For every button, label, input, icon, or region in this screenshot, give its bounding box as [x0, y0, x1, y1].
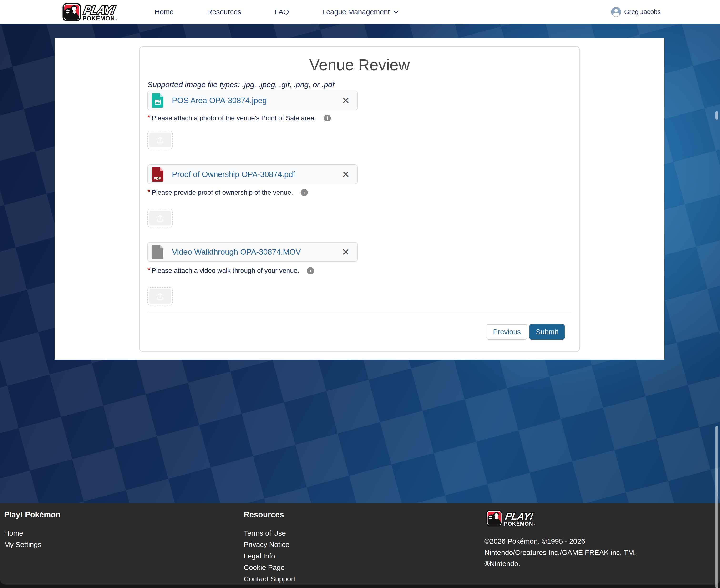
nav-faq[interactable]: FAQ	[274, 8, 289, 16]
remove-file-button[interactable]: ✕	[339, 243, 352, 261]
footer-link-cookie-page[interactable]: Cookie Page	[244, 562, 484, 573]
footer-heading-play-pokemon: Play! Pokémon	[4, 509, 244, 520]
copyright-line: ©2026 Pokémon. ©1995 - 2026	[484, 536, 656, 547]
content-panel: Venue Review Supported image file types:…	[55, 38, 664, 359]
generic-file-icon	[152, 245, 164, 259]
supported-file-types-note: Supported image file types: .jpg, .jpeg,…	[147, 80, 334, 89]
footer-link-my-settings[interactable]: My Settings	[4, 539, 244, 550]
footer-link-terms-of-use[interactable]: Terms of Use	[244, 527, 484, 539]
requirement-label: * Please provide proof of ownership of t…	[147, 188, 308, 197]
submit-button[interactable]: Submit	[529, 324, 565, 339]
footer-link-contact-support[interactable]: Contact Support	[244, 573, 484, 585]
required-marker: *	[147, 266, 150, 274]
image-file-icon	[152, 93, 164, 108]
form-divider	[147, 312, 572, 312]
user-name: Greg Jacobs	[624, 8, 661, 16]
play-pokemon-logo[interactable]: PLAY! POKÉMON ™	[62, 2, 136, 21]
footer-heading-resources: Resources	[244, 509, 484, 520]
uploaded-file-row: Video Walkthrough OPA-30874.MOV ✕	[147, 242, 358, 262]
requirement-text: Please attach a video walk through of yo…	[152, 266, 299, 275]
remove-file-button[interactable]: ✕	[339, 91, 352, 110]
nav-home[interactable]: Home	[155, 8, 174, 16]
requirement-text: Please provide proof of ownership of the…	[152, 188, 293, 197]
copyright-text: ©2026 Pokémon. ©1995 - 2026 Nintendo/Cre…	[484, 536, 656, 569]
scrollbar-thumb-upper[interactable]	[716, 111, 718, 120]
footer: Play! Pokémon Home My Settings Resources…	[0, 503, 720, 585]
uploaded-file-row: PDF Proof of Ownership OPA-30874.pdf ✕	[147, 164, 358, 184]
file-link[interactable]: Video Walkthrough OPA-30874.MOV	[172, 248, 301, 257]
uploaded-file-row: POS Area OPA-30874.jpeg ✕	[147, 90, 358, 110]
required-marker: *	[147, 114, 150, 121]
nav-resources[interactable]: Resources	[207, 8, 241, 16]
venue-review-card: Venue Review Supported image file types:…	[139, 46, 580, 352]
chevron-down-icon	[393, 10, 399, 14]
file-link[interactable]: POS Area OPA-30874.jpeg	[172, 96, 267, 105]
svg-text:PDF: PDF	[154, 176, 161, 180]
svg-text:POKÉMON: POKÉMON	[504, 521, 533, 527]
scrollbar-thumb-lower[interactable]	[716, 426, 718, 588]
pdf-file-icon: PDF	[152, 167, 164, 182]
footer-play-pokemon-logo: PLAY! POKÉMON ™	[484, 509, 554, 527]
requirement-text: Please attach a photo of the venue's Poi…	[152, 114, 316, 121]
file-link[interactable]: Proof of Ownership OPA-30874.pdf	[172, 170, 295, 179]
upload-dropzone[interactable]	[147, 287, 173, 306]
nav-league-management-label: League Management	[322, 8, 390, 16]
requirement-label: * Please attach a photo of the venue's P…	[147, 114, 331, 121]
nav-home-label: Home	[155, 8, 174, 16]
requirement-label: * Please attach a video walk through of …	[147, 266, 314, 275]
copyright-line: Nintendo/Creatures Inc./GAME FREAK inc. …	[484, 547, 656, 558]
top-navigation-bar: PLAY! POKÉMON ™ Home Resources FAQ Leagu…	[0, 0, 720, 24]
nav-resources-label: Resources	[207, 8, 241, 16]
footer-link-home[interactable]: Home	[4, 527, 244, 539]
upload-dropzone[interactable]	[147, 209, 173, 227]
upload-dropzone[interactable]	[147, 131, 173, 149]
svg-text:PLAY!: PLAY!	[83, 4, 116, 16]
required-marker: *	[147, 188, 150, 195]
footer-link-legal-info[interactable]: Legal Info	[244, 550, 484, 562]
footer-link-privacy-notice[interactable]: Privacy Notice	[244, 539, 484, 550]
user-menu[interactable]: Greg Jacobs	[611, 0, 661, 24]
upload-icon	[156, 136, 164, 144]
svg-text:™: ™	[114, 18, 117, 21]
info-icon[interactable]: i	[324, 114, 331, 121]
svg-text:™: ™	[533, 523, 535, 526]
nav-league-management[interactable]: League Management	[322, 8, 399, 16]
copyright-line: ®Nintendo.	[484, 558, 656, 569]
nav-faq-label: FAQ	[274, 8, 289, 16]
form-actions: Previous Submit	[487, 324, 565, 339]
remove-file-button[interactable]: ✕	[339, 165, 352, 184]
previous-button[interactable]: Previous	[487, 324, 527, 339]
main-nav: Home Resources FAQ League Management	[155, 0, 399, 24]
svg-text:POKÉMON: POKÉMON	[82, 15, 115, 21]
upload-icon	[156, 214, 164, 222]
info-icon[interactable]: i	[301, 189, 308, 196]
page-title: Venue Review	[140, 56, 579, 74]
avatar-icon	[611, 7, 621, 17]
info-icon[interactable]: i	[307, 267, 314, 274]
upload-icon	[156, 293, 164, 300]
svg-text:PLAY!: PLAY!	[504, 510, 534, 522]
